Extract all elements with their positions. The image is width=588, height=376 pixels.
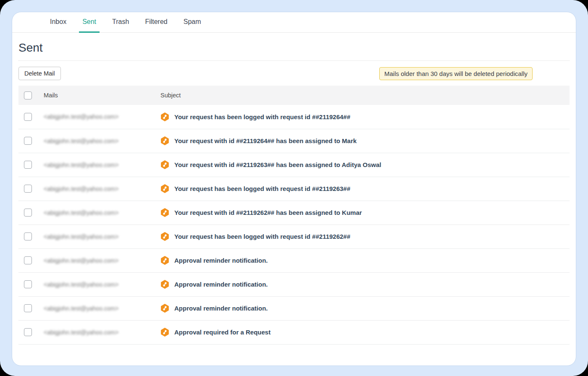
sender-email: <abigjohn.test@yahoo.com>	[44, 329, 118, 336]
tab-label: Spam	[184, 18, 201, 26]
ticket-hexagon-icon	[160, 208, 169, 217]
mail-row[interactable]: <abigjohn.test@yahoo.com> Your request h…	[18, 105, 570, 129]
sender-email: <abigjohn.test@yahoo.com>	[44, 185, 118, 192]
toolbar: Delete Mail Mails older than 30 days wil…	[18, 67, 570, 80]
mail-row[interactable]: <abigjohn.test@yahoo.com> Your request w…	[18, 129, 570, 153]
row-checkbox[interactable]	[24, 161, 32, 169]
subject-cell: Approval reminder notification.	[160, 280, 570, 289]
mail-row[interactable]: <abigjohn.test@yahoo.com> Your request w…	[18, 153, 570, 177]
mail-tabbar: Inbox Sent Trash Filtered Spam	[12, 12, 576, 33]
row-checkbox[interactable]	[24, 256, 32, 264]
sender-email: <abigjohn.test@yahoo.com>	[44, 257, 118, 264]
ticket-hexagon-icon	[160, 136, 169, 145]
subject-text: Your request with id ##2119263## has bee…	[174, 161, 381, 168]
subject-text: Approval required for a Request	[174, 329, 270, 336]
title-divider	[18, 60, 570, 61]
subject-text: Your request with id ##2119264## has bee…	[174, 137, 357, 144]
row-checkbox[interactable]	[24, 137, 32, 145]
sender-email: <abigjohn.test@yahoo.com>	[44, 162, 118, 168]
delete-mail-button[interactable]: Delete Mail	[18, 67, 61, 80]
tab-label: Filtered	[145, 18, 167, 26]
subject-cell: Approval required for a Request	[160, 328, 570, 337]
sender-email: <abigjohn.test@yahoo.com>	[44, 138, 118, 144]
mail-row[interactable]: <abigjohn.test@yahoo.com> Approval remin…	[18, 272, 570, 296]
subject-text: Your request has been logged with reques…	[174, 233, 350, 240]
subject-cell: Your request with id ##2119264## has bee…	[160, 136, 570, 145]
column-header-subject: Subject	[160, 86, 570, 105]
subject-text: Your request with id ##2119262## has bee…	[174, 209, 362, 216]
tab-filtered[interactable]: Filtered	[142, 12, 171, 33]
mail-row[interactable]: <abigjohn.test@yahoo.com> Your request w…	[18, 201, 570, 225]
table-header-row: Mails Subject	[18, 86, 570, 105]
row-checkbox[interactable]	[24, 113, 32, 121]
row-checkbox[interactable]	[24, 304, 32, 312]
row-checkbox[interactable]	[24, 280, 32, 288]
tab-trash[interactable]: Trash	[109, 12, 132, 33]
subject-text: Your request has been logged with reques…	[174, 185, 350, 192]
tab-label: Inbox	[50, 18, 66, 26]
select-all-checkbox[interactable]	[24, 91, 32, 99]
page-background: Inbox Sent Trash Filtered Spam Sent Dele…	[0, 0, 588, 376]
subject-cell: Approval reminder notification.	[160, 304, 570, 313]
row-checkbox[interactable]	[24, 328, 32, 336]
mail-row[interactable]: <abigjohn.test@yahoo.com> Approval remin…	[18, 248, 570, 272]
sent-mail-content: Sent Delete Mail Mails older than 30 day…	[12, 41, 576, 345]
subject-text: Approval reminder notification.	[174, 305, 268, 312]
subject-text: Your request has been logged with reques…	[174, 113, 350, 120]
sender-email: <abigjohn.test@yahoo.com>	[44, 281, 118, 288]
ticket-hexagon-icon	[160, 112, 169, 121]
sender-email: <abigjohn.test@yahoo.com>	[44, 113, 118, 120]
mail-row[interactable]: <abigjohn.test@yahoo.com> Approval requi…	[18, 320, 570, 344]
ticket-hexagon-icon	[160, 184, 169, 193]
subject-cell: Your request has been logged with reques…	[160, 184, 570, 193]
tab-sent[interactable]: Sent	[79, 12, 100, 33]
tab-inbox[interactable]: Inbox	[47, 12, 70, 33]
ticket-hexagon-icon	[160, 304, 169, 313]
subject-cell: Your request with id ##2119263## has bee…	[160, 160, 570, 169]
ticket-hexagon-icon	[160, 256, 169, 265]
row-checkbox[interactable]	[24, 209, 32, 217]
tab-label: Trash	[112, 18, 129, 26]
screenshot-root: Inbox Sent Trash Filtered Spam Sent Dele…	[0, 0, 588, 376]
mail-row[interactable]: <abigjohn.test@yahoo.com> Approval remin…	[18, 296, 570, 320]
mail-table: Mails Subject <abigjohn.test@yahoo.com>	[18, 86, 570, 345]
retention-notice: Mails older than 30 days will be deleted…	[379, 67, 533, 80]
tab-spam[interactable]: Spam	[180, 12, 205, 33]
ticket-hexagon-icon	[160, 160, 169, 169]
row-checkbox[interactable]	[24, 185, 32, 193]
row-checkbox[interactable]	[24, 232, 32, 240]
ticket-hexagon-icon	[160, 328, 169, 337]
column-header-mails: Mails	[44, 86, 160, 105]
page-title: Sent	[18, 41, 570, 55]
ticket-hexagon-icon	[160, 232, 169, 241]
sender-email: <abigjohn.test@yahoo.com>	[44, 305, 118, 312]
tab-label: Sent	[82, 18, 96, 26]
mail-panel: Inbox Sent Trash Filtered Spam Sent Dele…	[12, 12, 576, 366]
sender-email: <abigjohn.test@yahoo.com>	[44, 209, 118, 216]
mail-table-body: <abigjohn.test@yahoo.com> Your request h…	[18, 105, 570, 344]
subject-cell: Your request has been logged with reques…	[160, 232, 570, 241]
subject-cell: Your request has been logged with reques…	[160, 112, 570, 121]
mail-row[interactable]: <abigjohn.test@yahoo.com> Your request h…	[18, 177, 570, 201]
subject-cell: Your request with id ##2119262## has bee…	[160, 208, 570, 217]
subject-text: Approval reminder notification.	[174, 257, 268, 264]
sender-email: <abigjohn.test@yahoo.com>	[44, 233, 118, 240]
subject-cell: Approval reminder notification.	[160, 256, 570, 265]
mail-row[interactable]: <abigjohn.test@yahoo.com> Your request h…	[18, 225, 570, 248]
subject-text: Approval reminder notification.	[174, 281, 268, 288]
ticket-hexagon-icon	[160, 280, 169, 289]
